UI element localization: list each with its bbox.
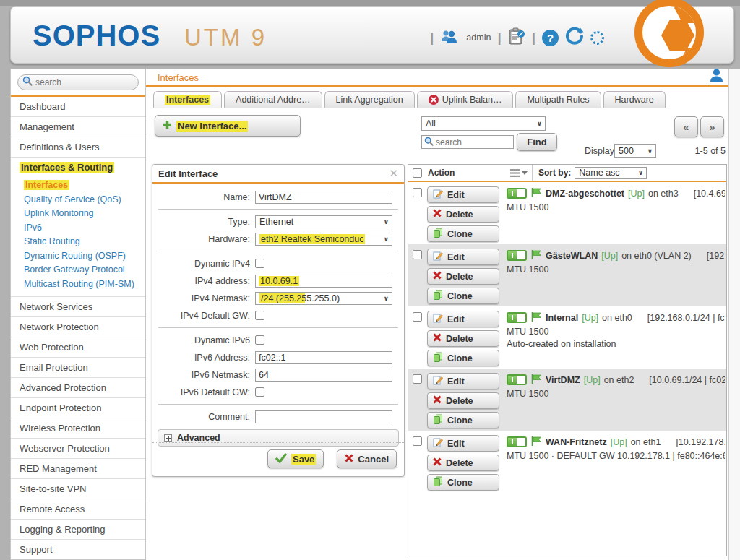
sidebar-search[interactable]: [17, 74, 139, 90]
name-field[interactable]: VirtDMZ: [255, 191, 392, 204]
sidebar-item-dashboard[interactable]: Dashboard: [11, 97, 145, 117]
interface-port: on eth1: [631, 437, 661, 447]
enabled-toggle[interactable]: [507, 436, 527, 447]
save-button[interactable]: Save: [267, 449, 324, 468]
sidebar-item-site-to-site-vpn[interactable]: Site-to-site VPN: [11, 479, 145, 499]
display-label: Display:: [585, 146, 616, 156]
delete-button[interactable]: Delete: [427, 330, 499, 347]
ipv4-address-field[interactable]: 10.0.69.1: [255, 275, 392, 288]
refresh-icon[interactable]: [565, 27, 584, 48]
clone-button[interactable]: Clone: [427, 225, 499, 242]
sidebar-item-logging-reporting[interactable]: Logging & Reporting: [11, 520, 145, 540]
display-count-dropdown[interactable]: 500: [614, 144, 656, 158]
type-dropdown[interactable]: Ethernet: [255, 215, 392, 228]
interface-name: WAN-Fritznetz: [546, 437, 607, 447]
help-icon[interactable]: [542, 30, 559, 46]
ipv6-netmask-field[interactable]: 64: [255, 369, 392, 382]
sidebar-item-network-protection[interactable]: Network Protection: [11, 317, 145, 337]
next-page-button[interactable]: »: [700, 116, 724, 137]
cancel-button[interactable]: Cancel: [337, 449, 397, 468]
row-checkbox[interactable]: [413, 188, 422, 197]
filter-dropdown[interactable]: All: [421, 116, 546, 131]
sidebar-item-webserver-protection[interactable]: Webserver Protection: [11, 439, 145, 459]
comment-field[interactable]: [255, 410, 392, 423]
clone-button[interactable]: Clone: [427, 350, 499, 366]
ipv6-address-field[interactable]: fc02::1: [255, 351, 392, 364]
delete-button[interactable]: Delete: [427, 455, 499, 471]
edit-button[interactable]: Edit: [427, 186, 499, 203]
edit-button[interactable]: Edit: [427, 373, 499, 389]
delete-button[interactable]: Delete: [427, 392, 499, 409]
sidebar-item-wireless-protection[interactable]: Wireless Protection: [11, 418, 145, 439]
status-up: [Up]: [611, 437, 627, 447]
sidebar-item-interfaces-routing[interactable]: Interfaces & Routing: [11, 158, 145, 177]
ipv6-default-gw-checkbox[interactable]: [255, 387, 264, 397]
sidebar-item-network-services[interactable]: Network Services: [11, 297, 145, 317]
tab-additional-addresses[interactable]: Additional Addre…: [224, 91, 322, 108]
sidebar-subitem-static-routing[interactable]: Static Routing: [24, 235, 145, 249]
clone-button[interactable]: Clone: [427, 288, 499, 304]
edit-button[interactable]: Edit: [427, 311, 499, 327]
prev-page-button[interactable]: «: [674, 116, 698, 137]
tab-bar: Interfaces Additional Addre… Link Aggreg…: [153, 91, 666, 108]
find-button[interactable]: Find: [517, 133, 557, 151]
sidebar-subitem-pim-sm[interactable]: Multicast Routing (PIM-SM): [24, 277, 145, 292]
status-up: [Up]: [582, 313, 598, 323]
dynamic-ipv4-checkbox[interactable]: [255, 259, 264, 268]
ipv4-netmask-dropdown[interactable]: /24 (255.255.255.0): [255, 292, 392, 305]
sidebar-item-support[interactable]: Support: [11, 540, 145, 560]
row-checkbox[interactable]: [413, 436, 422, 446]
delete-button[interactable]: Delete: [427, 268, 499, 285]
list-search[interactable]: [421, 135, 514, 149]
sidebar-item-web-protection[interactable]: Web Protection: [11, 337, 145, 358]
row-checkbox[interactable]: [413, 250, 422, 259]
notes-icon[interactable]: [508, 27, 525, 48]
sidebar-item-red-management[interactable]: RED Management: [11, 459, 145, 479]
delete-button[interactable]: Delete: [427, 206, 499, 223]
user-icon[interactable]: [709, 69, 724, 85]
tab-uplink-balancing[interactable]: Uplink Balan…: [417, 91, 514, 108]
edit-button[interactable]: Edit: [427, 435, 499, 452]
sidebar-subitem-qos[interactable]: Quality of Service (QoS): [24, 193, 145, 207]
sidebar-subitem-ospf[interactable]: Dynamic Routing (OSPF): [24, 249, 145, 264]
interface-name: Internal: [546, 313, 578, 323]
clone-button[interactable]: Clone: [427, 412, 499, 428]
interface-port: on eth0: [602, 313, 632, 323]
close-icon[interactable]: ✕: [389, 167, 398, 180]
sidebar-item-email-protection[interactable]: Email Protection: [11, 358, 145, 378]
dynamic-ipv6-checkbox[interactable]: [255, 335, 264, 345]
tab-multipath-rules[interactable]: Multipath Rules: [515, 91, 601, 108]
enabled-toggle[interactable]: [507, 374, 527, 385]
sidebar-item-endpoint-protection[interactable]: Endpoint Protection: [11, 398, 145, 418]
sidebar-subitem-ipv6[interactable]: IPv6: [24, 221, 145, 236]
new-interface-button[interactable]: New Interface...: [155, 115, 301, 137]
sidebar-subitem-interfaces[interactable]: Interfaces: [24, 178, 145, 193]
sidebar-item-definitions-users[interactable]: Definitions & Users: [11, 137, 145, 158]
hardware-dropdown[interactable]: eth2 Realtek Semiconduc: [255, 233, 392, 246]
edit-button[interactable]: Edit: [427, 249, 499, 265]
tab-interfaces[interactable]: Interfaces: [153, 91, 222, 108]
enabled-toggle[interactable]: [507, 250, 527, 261]
clone-button[interactable]: Clone: [427, 474, 499, 491]
tab-link-aggregation[interactable]: Link Aggregation: [324, 91, 415, 108]
sidebar-item-remote-access[interactable]: Remote Access: [11, 499, 145, 520]
row-checkbox[interactable]: [413, 312, 422, 322]
select-all-checkbox[interactable]: [413, 168, 422, 178]
sort-dropdown[interactable]: Name asc: [575, 167, 647, 179]
status-up: [Up]: [628, 189, 645, 199]
sidebar-subitem-uplink-monitoring[interactable]: Uplink Monitoring: [24, 207, 145, 221]
sidebar-subitem-bgp[interactable]: Border Gateway Protocol: [24, 263, 145, 277]
sidebar-item-management[interactable]: Management: [11, 117, 145, 137]
sidebar-search-input[interactable]: [35, 77, 129, 87]
tab-hardware[interactable]: Hardware: [603, 91, 666, 108]
scrollbar-track[interactable]: [728, 69, 740, 560]
divider: [158, 209, 398, 210]
interface-row: Edit Delete Clone Internal [Up] on eth0 …: [408, 306, 726, 369]
enabled-toggle[interactable]: [507, 312, 527, 323]
enabled-toggle[interactable]: [507, 188, 527, 199]
sidebar-item-advanced-protection[interactable]: Advanced Protection: [11, 378, 145, 398]
batch-menu-icon[interactable]: [510, 169, 532, 177]
row-checkbox[interactable]: [413, 374, 422, 384]
ipv4-default-gw-checkbox[interactable]: [255, 311, 264, 320]
list-search-input[interactable]: [436, 137, 504, 147]
